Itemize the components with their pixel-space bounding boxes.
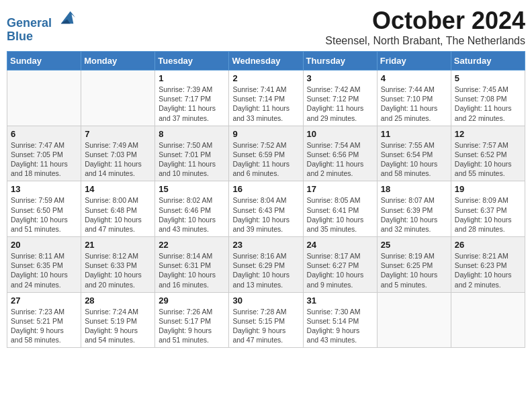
calendar-cell: 20Sunrise: 8:11 AMSunset: 6:35 PMDayligh… — [7, 237, 81, 293]
day-detail: Sunrise: 7:39 AMSunset: 7:17 PMDaylight:… — [159, 85, 225, 123]
day-detail: Sunrise: 7:54 AMSunset: 6:56 PMDaylight:… — [307, 140, 373, 179]
day-number: 18 — [381, 184, 447, 194]
calendar-cell: 4Sunrise: 7:44 AMSunset: 7:10 PMDaylight… — [377, 71, 451, 126]
day-detail: Sunrise: 7:55 AMSunset: 6:54 PMDaylight:… — [381, 140, 447, 179]
logo-general: General — [7, 16, 52, 30]
day-detail: Sunrise: 7:50 AMSunset: 7:01 PMDaylight:… — [159, 140, 225, 179]
calendar-header-saturday: Saturday — [451, 52, 525, 71]
calendar-cell: 15Sunrise: 8:02 AMSunset: 6:46 PMDayligh… — [155, 181, 229, 237]
day-number: 27 — [11, 295, 77, 306]
calendar-week-3: 13Sunrise: 7:59 AMSunset: 6:50 PMDayligh… — [7, 181, 525, 237]
calendar-cell: 27Sunrise: 7:23 AMSunset: 5:21 PMDayligh… — [7, 292, 81, 348]
day-detail: Sunrise: 8:00 AMSunset: 6:48 PMDaylight:… — [85, 195, 151, 234]
day-detail: Sunrise: 8:04 AMSunset: 6:43 PMDaylight:… — [232, 195, 299, 234]
calendar-cell: 14Sunrise: 8:00 AMSunset: 6:48 PMDayligh… — [81, 181, 155, 237]
day-detail: Sunrise: 8:12 AMSunset: 6:33 PMDaylight:… — [85, 251, 151, 289]
day-number: 31 — [307, 295, 373, 306]
day-number: 1 — [159, 73, 225, 83]
day-number: 30 — [232, 295, 299, 306]
location: Steensel, North Brabant, The Netherlands — [325, 35, 525, 47]
calendar-cell — [81, 71, 155, 126]
calendar-week-5: 27Sunrise: 7:23 AMSunset: 5:21 PMDayligh… — [7, 292, 525, 348]
calendar-cell — [7, 71, 81, 126]
calendar-cell: 13Sunrise: 7:59 AMSunset: 6:50 PMDayligh… — [7, 181, 81, 237]
calendar-cell: 9Sunrise: 7:52 AMSunset: 6:59 PMDaylight… — [229, 126, 303, 181]
day-detail: Sunrise: 8:19 AMSunset: 6:25 PMDaylight:… — [381, 251, 447, 289]
day-detail: Sunrise: 7:26 AMSunset: 5:17 PMDaylight:… — [159, 307, 225, 345]
day-detail: Sunrise: 8:05 AMSunset: 6:41 PMDaylight:… — [307, 195, 373, 234]
calendar-cell: 21Sunrise: 8:12 AMSunset: 6:33 PMDayligh… — [81, 237, 155, 293]
day-number: 20 — [11, 240, 77, 250]
calendar-week-2: 6Sunrise: 7:47 AMSunset: 7:05 PMDaylight… — [7, 126, 525, 181]
day-number: 21 — [85, 240, 151, 250]
day-detail: Sunrise: 8:02 AMSunset: 6:46 PMDaylight:… — [159, 195, 225, 234]
month-title: October 2024 — [325, 7, 525, 35]
day-number: 26 — [455, 240, 521, 250]
logo-icon — [58, 8, 77, 27]
day-number: 5 — [455, 73, 521, 83]
day-number: 11 — [381, 129, 447, 139]
day-detail: Sunrise: 8:17 AMSunset: 6:27 PMDaylight:… — [307, 251, 373, 289]
calendar-cell: 17Sunrise: 8:05 AMSunset: 6:41 PMDayligh… — [303, 181, 377, 237]
day-number: 29 — [159, 295, 225, 306]
day-detail: Sunrise: 7:24 AMSunset: 5:19 PMDaylight:… — [85, 307, 151, 345]
day-number: 15 — [159, 184, 225, 194]
calendar-table: SundayMondayTuesdayWednesdayThursdayFrid… — [7, 51, 525, 348]
day-detail: Sunrise: 7:52 AMSunset: 6:59 PMDaylight:… — [232, 140, 299, 179]
calendar-header-monday: Monday — [81, 52, 155, 71]
calendar-cell — [451, 292, 525, 348]
calendar-cell — [377, 292, 451, 348]
calendar-cell: 2Sunrise: 7:41 AMSunset: 7:14 PMDaylight… — [229, 71, 303, 126]
day-number: 3 — [307, 73, 373, 83]
calendar-cell: 16Sunrise: 8:04 AMSunset: 6:43 PMDayligh… — [229, 181, 303, 237]
day-number: 24 — [307, 240, 373, 250]
calendar-cell: 5Sunrise: 7:45 AMSunset: 7:08 PMDaylight… — [451, 71, 525, 126]
calendar-header-row: SundayMondayTuesdayWednesdayThursdayFrid… — [7, 52, 525, 71]
day-number: 16 — [232, 184, 299, 194]
day-number: 28 — [85, 295, 151, 306]
calendar-cell: 7Sunrise: 7:49 AMSunset: 7:03 PMDaylight… — [81, 126, 155, 181]
day-detail: Sunrise: 7:44 AMSunset: 7:10 PMDaylight:… — [381, 85, 447, 123]
day-number: 10 — [307, 129, 373, 139]
day-number: 17 — [307, 184, 373, 194]
day-detail: Sunrise: 7:49 AMSunset: 7:03 PMDaylight:… — [85, 140, 151, 179]
page-header: General Blue October 2024 Steensel, Nort… — [7, 7, 525, 47]
calendar-cell: 23Sunrise: 8:16 AMSunset: 6:29 PMDayligh… — [229, 237, 303, 293]
calendar-week-1: 1Sunrise: 7:39 AMSunset: 7:17 PMDaylight… — [7, 71, 525, 126]
day-number: 23 — [232, 240, 299, 250]
day-number: 12 — [455, 129, 521, 139]
day-detail: Sunrise: 7:42 AMSunset: 7:12 PMDaylight:… — [307, 85, 373, 123]
calendar-cell: 22Sunrise: 8:14 AMSunset: 6:31 PMDayligh… — [155, 237, 229, 293]
day-detail: Sunrise: 7:30 AMSunset: 5:14 PMDaylight:… — [307, 307, 373, 345]
calendar-cell: 28Sunrise: 7:24 AMSunset: 5:19 PMDayligh… — [81, 292, 155, 348]
calendar-header-friday: Friday — [377, 52, 451, 71]
day-detail: Sunrise: 7:23 AMSunset: 5:21 PMDaylight:… — [11, 307, 77, 345]
calendar-cell: 11Sunrise: 7:55 AMSunset: 6:54 PMDayligh… — [377, 126, 451, 181]
day-number: 22 — [159, 240, 225, 250]
calendar-header-sunday: Sunday — [7, 52, 81, 71]
calendar-cell: 10Sunrise: 7:54 AMSunset: 6:56 PMDayligh… — [303, 126, 377, 181]
logo: General Blue — [7, 9, 77, 44]
title-section: October 2024 Steensel, North Brabant, Th… — [325, 7, 525, 47]
day-number: 7 — [85, 129, 151, 139]
day-detail: Sunrise: 8:11 AMSunset: 6:35 PMDaylight:… — [11, 251, 77, 289]
calendar-cell: 30Sunrise: 7:28 AMSunset: 5:15 PMDayligh… — [229, 292, 303, 348]
calendar-cell: 26Sunrise: 8:21 AMSunset: 6:23 PMDayligh… — [451, 237, 525, 293]
day-detail: Sunrise: 7:41 AMSunset: 7:14 PMDaylight:… — [232, 85, 299, 123]
calendar-week-4: 20Sunrise: 8:11 AMSunset: 6:35 PMDayligh… — [7, 237, 525, 293]
day-number: 8 — [159, 129, 225, 139]
day-number: 14 — [85, 184, 151, 194]
day-number: 9 — [232, 129, 299, 139]
calendar-cell: 29Sunrise: 7:26 AMSunset: 5:17 PMDayligh… — [155, 292, 229, 348]
day-detail: Sunrise: 8:16 AMSunset: 6:29 PMDaylight:… — [232, 251, 299, 289]
day-detail: Sunrise: 7:28 AMSunset: 5:15 PMDaylight:… — [232, 307, 299, 345]
calendar-cell: 6Sunrise: 7:47 AMSunset: 7:05 PMDaylight… — [7, 126, 81, 181]
calendar-cell: 3Sunrise: 7:42 AMSunset: 7:12 PMDaylight… — [303, 71, 377, 126]
calendar-cell: 8Sunrise: 7:50 AMSunset: 7:01 PMDaylight… — [155, 126, 229, 181]
day-detail: Sunrise: 8:14 AMSunset: 6:31 PMDaylight:… — [159, 251, 225, 289]
day-number: 25 — [381, 240, 447, 250]
day-detail: Sunrise: 7:45 AMSunset: 7:08 PMDaylight:… — [455, 85, 521, 123]
calendar-cell: 12Sunrise: 7:57 AMSunset: 6:52 PMDayligh… — [451, 126, 525, 181]
day-detail: Sunrise: 8:21 AMSunset: 6:23 PMDaylight:… — [455, 251, 521, 289]
logo-blue: Blue — [7, 30, 33, 43]
